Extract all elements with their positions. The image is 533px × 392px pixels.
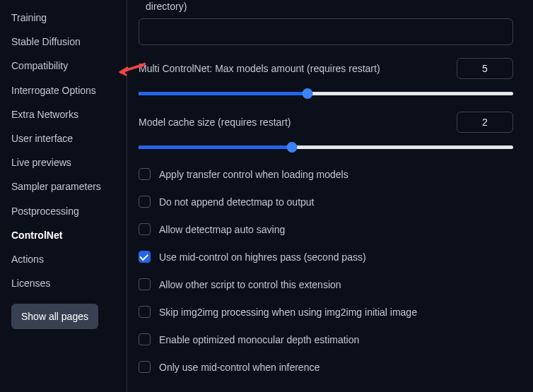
checkbox-row-6[interactable]: Enable optimized monocular depth estimat… (139, 333, 513, 345)
sidebar-item-actions[interactable]: Actions (11, 247, 119, 271)
checkbox-5[interactable] (139, 306, 151, 318)
checkbox-label-6: Enable optimized monocular depth estimat… (159, 334, 359, 345)
sidebar-item-interrogate-options[interactable]: Interrogate Options (11, 78, 119, 102)
checkbox-label-3: Use mid-control on highres pass (second … (159, 251, 366, 263)
sidebar-item-sampler-parameters[interactable]: Sampler parameters (11, 174, 119, 198)
checkbox-7[interactable] (139, 361, 151, 373)
checkbox-label-5: Skip img2img processing when using img2i… (159, 307, 417, 318)
checkbox-1[interactable] (139, 196, 151, 208)
multi-controlnet-label: Multi ControlNet: Max models amount (req… (139, 63, 457, 74)
checkbox-4[interactable] (139, 278, 151, 290)
checkbox-label-7: Only use mid-control when inference (159, 362, 320, 373)
sidebar-item-live-previews[interactable]: Live previews (11, 150, 119, 174)
checkbox-label-4: Allow other script to control this exten… (159, 279, 341, 290)
checkbox-row-0[interactable]: Apply transfer control when loading mode… (139, 168, 513, 180)
show-all-pages-button[interactable]: Show all pages (11, 304, 98, 329)
settings-panel: directory) Multi ControlNet: Max models … (127, 0, 533, 392)
checkbox-label-0: Apply transfer control when loading mode… (159, 169, 348, 180)
config-text-input[interactable] (139, 18, 513, 45)
sidebar-item-compatibility[interactable]: Compatibility (11, 54, 119, 78)
checkbox-row-1[interactable]: Do not append detectmap to output (139, 196, 513, 208)
sidebar-item-licenses[interactable]: Licenses (11, 271, 119, 295)
sidebar-item-extra-networks[interactable]: Extra Networks (11, 102, 119, 126)
multi-controlnet-value[interactable] (457, 58, 513, 79)
checkbox-row-5[interactable]: Skip img2img processing when using img2i… (139, 306, 513, 318)
sidebar-item-controlnet[interactable]: ControlNet (11, 223, 119, 247)
multi-controlnet-slider[interactable] (139, 89, 513, 99)
model-cache-label: Model cache size (requires restart) (139, 117, 457, 128)
model-cache-value[interactable] (457, 112, 513, 133)
checkbox-label-2: Allow detectmap auto saving (159, 224, 285, 235)
checkbox-row-4[interactable]: Allow other script to control this exten… (139, 278, 513, 290)
checkbox-2[interactable] (139, 223, 151, 235)
sidebar-item-user-interface[interactable]: User interface (11, 126, 119, 150)
settings-sidebar: Training Stable Diffusion Compatibility … (0, 0, 127, 392)
checkbox-0[interactable] (139, 168, 151, 180)
checkbox-row-2[interactable]: Allow detectmap auto saving (139, 223, 513, 235)
model-cache-slider[interactable] (139, 143, 513, 153)
checkbox-row-7[interactable]: Only use mid-control when inference (139, 361, 513, 373)
checkbox-label-1: Do not append detectmap to output (159, 196, 315, 208)
checkbox-6[interactable] (139, 333, 151, 345)
truncated-setting-label: directory) (139, 0, 513, 16)
checkbox-3[interactable] (139, 251, 151, 263)
sidebar-item-training[interactable]: Training (11, 6, 119, 30)
sidebar-item-stable-diffusion[interactable]: Stable Diffusion (11, 30, 119, 54)
checkbox-row-3[interactable]: Use mid-control on highres pass (second … (139, 251, 513, 263)
sidebar-item-postprocessing[interactable]: Postprocessing (11, 199, 119, 223)
